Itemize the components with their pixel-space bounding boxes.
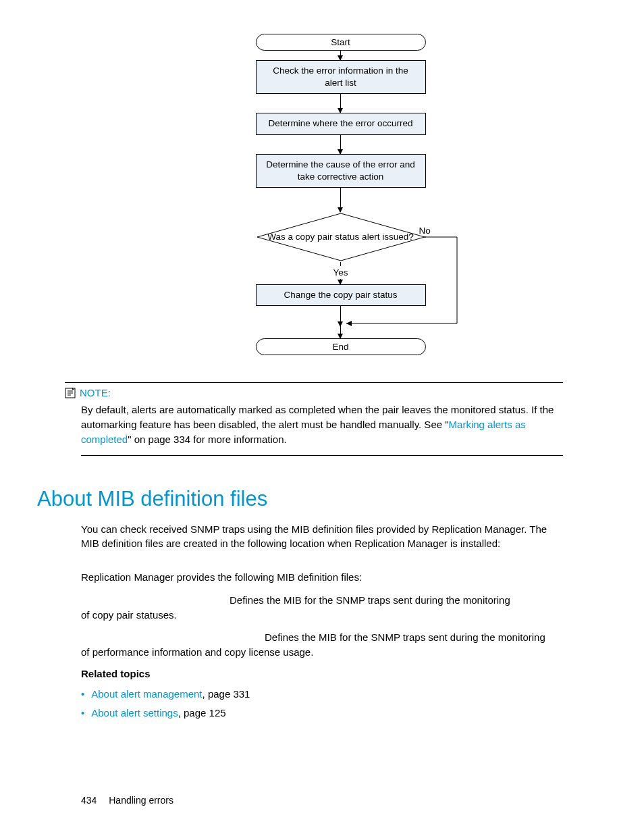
flow-start: Start — [256, 34, 426, 51]
decision-text: Was a copy pair status alert issued? — [256, 231, 426, 243]
flow-step-change-status: Change the copy pair status — [256, 284, 426, 306]
flow-decision: Was a copy pair status alert issued? No — [256, 212, 426, 262]
section-paragraph-2: Replication Manager provides the followi… — [81, 570, 563, 585]
mib-def-2a: Defines the MIB for the SNMP traps sent … — [81, 630, 563, 645]
note-text-post: " on page 334 for more information. — [128, 434, 286, 445]
flow-step-determine-cause: Determine the cause of the error and tak… — [256, 154, 426, 188]
related-suffix: , page 331 — [203, 688, 250, 700]
page-footer: 434 Handling errors — [81, 795, 173, 806]
decision-no-label: No — [419, 226, 431, 236]
flow-end: End — [256, 338, 426, 355]
link-about-alert-settings[interactable]: About alert settings — [91, 707, 178, 719]
related-item: About alert settings, page 125 — [81, 704, 563, 723]
related-topics-list: About alert management, page 331 About a… — [81, 685, 563, 723]
note-block: NOTE: By default, alerts are automatical… — [81, 382, 563, 455]
note-body: By default, alerts are automatically mar… — [81, 398, 563, 455]
flowchart: Start Check the error information in the… — [118, 34, 563, 355]
related-suffix: , page 125 — [178, 707, 226, 719]
footer-title: Handling errors — [109, 795, 173, 806]
mib-def-1a: Defines the MIB for the SNMP traps sent … — [81, 593, 563, 608]
note-icon — [65, 388, 76, 398]
page-number: 434 — [81, 795, 97, 806]
mib-def-2b: of performance information and copy lice… — [81, 645, 563, 660]
decision-yes-label: Yes — [256, 267, 426, 278]
section-paragraph-1: You can check received SNMP traps using … — [81, 522, 563, 552]
section-heading: About MIB definition files — [37, 487, 563, 511]
note-heading: NOTE: — [65, 382, 563, 398]
flow-step-check-error: Check the error information in the alert… — [256, 60, 426, 94]
mib-def-1b: of copy pair statuses. — [81, 608, 563, 623]
link-about-alert-management[interactable]: About alert management — [91, 688, 202, 700]
related-item: About alert management, page 331 — [81, 685, 563, 704]
note-label: NOTE: — [80, 387, 111, 398]
svg-marker-5 — [346, 321, 352, 326]
flow-step-determine-where: Determine where the error occurred — [256, 113, 426, 134]
related-topics-heading: Related topics — [81, 668, 563, 679]
